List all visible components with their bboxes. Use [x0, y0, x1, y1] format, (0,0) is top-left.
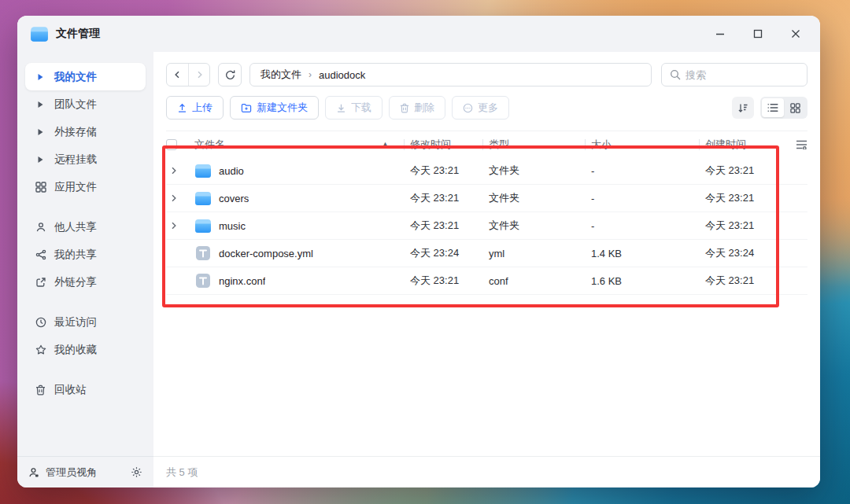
- modified-time: 今天 23:21: [404, 219, 482, 233]
- file-type: 文件夹: [482, 164, 585, 178]
- header-size[interactable]: 大小: [585, 138, 699, 152]
- file-size: 1.6 KB: [585, 275, 699, 287]
- table-row[interactable]: covers 今天 23:21 文件夹 - 今天 23:21: [166, 185, 808, 212]
- admin-user-icon: [28, 467, 39, 478]
- expand-chevron-icon[interactable]: [166, 194, 194, 202]
- trash-icon: [400, 103, 409, 113]
- file-name[interactable]: docker-compose.yml: [219, 248, 313, 259]
- main-panel: 我的文件 › audiodock 上传 新建文件夹: [153, 52, 820, 487]
- file-size: -: [585, 220, 699, 232]
- modified-time: 今天 23:21: [404, 191, 482, 205]
- breadcrumb-my-files[interactable]: 我的文件: [261, 68, 301, 82]
- table-row[interactable]: docker-compose.yml 今天 23:24 yml 1.4 KB 今…: [166, 240, 808, 267]
- app-logo-folder-icon: [30, 25, 49, 42]
- sidebar-item-team-files[interactable]: 团队文件: [25, 90, 146, 118]
- sort-ascending-icon: ▲: [382, 141, 389, 148]
- share-icon: [34, 249, 47, 260]
- modified-time: 今天 23:21: [404, 164, 482, 178]
- upload-button[interactable]: 上传: [166, 96, 224, 120]
- caret-right-icon: [34, 73, 47, 81]
- list-view-button[interactable]: [762, 98, 784, 117]
- sidebar-item-recent[interactable]: 最近访问: [25, 308, 146, 336]
- view-mode-toggle: [760, 97, 808, 119]
- sidebar-item-favorites[interactable]: 我的收藏: [25, 336, 146, 363]
- header-modified-time[interactable]: 修改时间: [404, 138, 482, 152]
- file-type: 文件夹: [482, 219, 585, 233]
- file-name[interactable]: audio: [219, 165, 244, 177]
- new-folder-icon: [241, 103, 252, 113]
- sidebar-item-my-files[interactable]: 我的文件: [25, 63, 146, 90]
- star-icon: [34, 344, 47, 355]
- toolbar: 上传 新建文件夹 下载 删除 更多: [153, 86, 820, 120]
- sidebar-item-external-link-share[interactable]: 外链分享: [25, 268, 146, 296]
- header-file-name[interactable]: 文件名 ▲: [194, 138, 394, 152]
- breadcrumb-separator: ›: [309, 69, 312, 80]
- search-box: [661, 63, 808, 86]
- external-link-icon: [34, 277, 47, 288]
- file-name[interactable]: music: [219, 220, 246, 232]
- search-input[interactable]: [686, 69, 799, 81]
- forward-button[interactable]: [188, 64, 209, 86]
- sidebar-item-recycle-bin[interactable]: 回收站: [25, 376, 146, 403]
- more-button[interactable]: 更多: [452, 96, 509, 120]
- caret-right-icon: [34, 101, 47, 109]
- breadcrumb-audiodock[interactable]: audiodock: [319, 69, 365, 81]
- admin-view-label[interactable]: 管理员视角: [46, 465, 97, 480]
- created-time: 今天 23:21: [699, 274, 781, 288]
- sidebar-footer: 管理员视角: [17, 456, 153, 487]
- sort-order-button[interactable]: [732, 97, 754, 119]
- sidebar-group-divider: [25, 296, 146, 308]
- minimize-button[interactable]: [710, 24, 730, 44]
- sidebar-item-app-files[interactable]: 应用文件: [25, 173, 146, 200]
- history-nav-group: [166, 63, 210, 86]
- sidebar-item-shared-by-others[interactable]: 他人共享: [25, 213, 146, 241]
- sidebar-item-my-shares[interactable]: 我的共享: [25, 241, 146, 268]
- search-icon: [670, 69, 681, 80]
- sidebar-item-remote-mount[interactable]: 远程挂载: [25, 145, 146, 173]
- maximize-button[interactable]: [748, 24, 768, 44]
- download-icon: [336, 103, 346, 113]
- file-size: -: [585, 193, 699, 204]
- back-button[interactable]: [167, 64, 188, 86]
- select-all-checkbox[interactable]: [166, 139, 177, 150]
- download-button[interactable]: 下载: [325, 96, 382, 120]
- table-row[interactable]: nginx.conf 今天 23:21 conf 1.6 KB 今天 23:21: [166, 267, 808, 295]
- modified-time: 今天 23:24: [404, 246, 482, 260]
- expand-chevron-icon[interactable]: [166, 167, 194, 175]
- file-name[interactable]: nginx.conf: [219, 275, 265, 287]
- more-icon: [463, 103, 473, 113]
- file-type: yml: [482, 248, 585, 259]
- upload-icon: [177, 103, 187, 113]
- sidebar-item-external-storage[interactable]: 外接存储: [25, 118, 146, 145]
- gear-icon[interactable]: [131, 466, 142, 478]
- delete-button[interactable]: 删除: [389, 96, 445, 120]
- item-count: 共 5 项: [166, 465, 198, 480]
- navigation-bar: 我的文件 › audiodock: [153, 52, 820, 86]
- table-row[interactable]: audio 今天 23:21 文件夹 - 今天 23:21: [166, 157, 808, 185]
- header-type[interactable]: 类型: [482, 138, 585, 152]
- table-row[interactable]: music 今天 23:21 文件夹 - 今天 23:21: [166, 212, 808, 240]
- sidebar: 我的文件 团队文件 外接存储 远程挂载 应用文件 他人共享: [17, 52, 153, 487]
- modified-time: 今天 23:21: [404, 274, 482, 288]
- created-time: 今天 23:21: [699, 164, 781, 178]
- clock-icon: [34, 317, 47, 328]
- file-size: 1.4 KB: [585, 248, 699, 259]
- created-time: 今天 23:24: [699, 246, 781, 260]
- created-time: 今天 23:21: [699, 219, 781, 233]
- app-grid-icon: [34, 182, 47, 193]
- column-settings-icon[interactable]: [781, 140, 808, 149]
- file-name[interactable]: covers: [219, 193, 249, 204]
- close-button[interactable]: [785, 24, 806, 44]
- expand-chevron-icon[interactable]: [166, 222, 194, 230]
- header-created-time[interactable]: 创建时间: [699, 138, 781, 152]
- folder-icon: [194, 218, 212, 234]
- app-title: 文件管理: [56, 27, 100, 41]
- grid-view-button[interactable]: [784, 98, 806, 117]
- refresh-button[interactable]: [218, 63, 242, 86]
- new-folder-button[interactable]: 新建文件夹: [230, 96, 319, 120]
- file-table: 文件名 ▲ 修改时间 类型 大小 创建时间 audio 今天: [153, 120, 820, 456]
- breadcrumb: 我的文件 › audiodock: [249, 63, 652, 86]
- status-bar: 共 5 项: [153, 456, 820, 487]
- folder-icon: [194, 163, 212, 178]
- caret-right-icon: [34, 156, 47, 164]
